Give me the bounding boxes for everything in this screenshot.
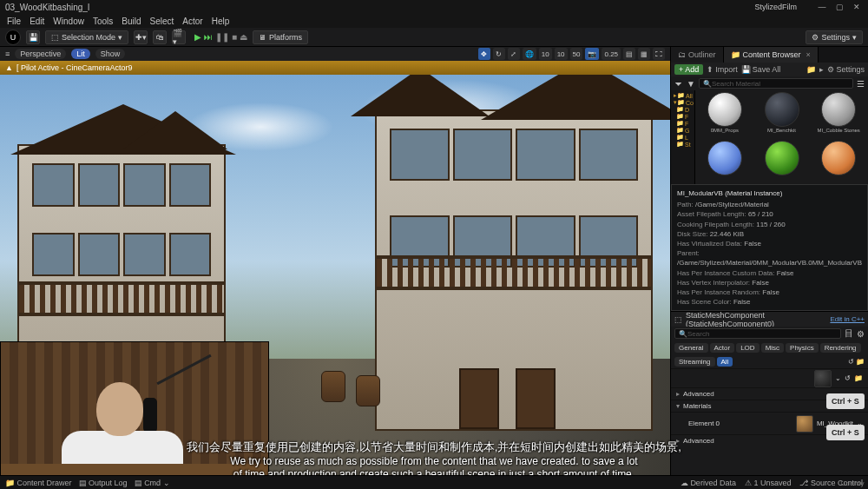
menu-window[interactable]: Window: [53, 17, 84, 26]
menu-file[interactable]: File: [7, 17, 21, 26]
maximize-viewport-icon[interactable]: ⛶: [653, 48, 665, 60]
eject-icon[interactable]: ⏏: [240, 32, 247, 42]
tab-outliner[interactable]: 🗂 Outliner: [671, 47, 724, 63]
cb-settings-button[interactable]: ⚙ Settings: [827, 65, 865, 74]
details-search-row: 🔍 Search 目 ⚙: [671, 327, 868, 340]
asset-thumb[interactable]: MI_Benchkit: [754, 92, 810, 139]
surface-snap-icon[interactable]: ▤: [623, 48, 635, 60]
content-grid[interactable]: 0MM_Props MI_Benchkit MI_Cobble Stones: [695, 90, 868, 184]
dock-icon[interactable]: ☰: [857, 79, 865, 89]
tree-label: Co: [686, 100, 694, 106]
asset-thumb[interactable]: [754, 141, 810, 184]
unsaved-button[interactable]: ⚠ 1 Unsaved: [745, 479, 792, 487]
transform-rotate-icon[interactable]: ↻: [493, 48, 505, 60]
camera-speed-icon[interactable]: 📷: [585, 48, 599, 60]
history-fwd-icon[interactable]: ▸: [819, 65, 824, 74]
asset-thumb[interactable]: 0MM_Props: [697, 92, 753, 139]
cat-misc[interactable]: Misc: [761, 343, 784, 353]
details-search-input[interactable]: 🔍 Search: [674, 328, 841, 339]
reset-icon[interactable]: ↺: [845, 374, 851, 382]
picker-icon[interactable]: ⌄: [835, 374, 841, 382]
browse-icon[interactable]: 📁: [856, 358, 865, 366]
menu-help[interactable]: Help: [212, 17, 230, 26]
search-placeholder: Search: [687, 330, 709, 338]
save-all-button[interactable]: 💾 Save All: [741, 65, 781, 74]
filter-funnel-icon[interactable]: ▼: [687, 79, 695, 89]
import-button[interactable]: ⬆ Import: [707, 65, 738, 74]
grid-snap-value[interactable]: 10: [539, 48, 552, 60]
settings-button[interactable]: ⚙ Settings ▾: [806, 30, 863, 44]
menu-build[interactable]: Build: [122, 17, 141, 26]
transform-scale-icon[interactable]: ⤢: [508, 48, 520, 60]
tt-val: /Game/Stylized/Material/0MM_ModularVB.0M…: [677, 259, 862, 267]
settings-icon[interactable]: ⚙: [857, 329, 865, 339]
scale-snap-value[interactable]: 50: [570, 48, 583, 60]
lit-button[interactable]: Lit: [71, 49, 90, 59]
maximize-button[interactable]: ▢: [833, 3, 845, 11]
search-input[interactable]: 🔍 Search Material: [699, 78, 853, 89]
add-content-button[interactable]: ✚▾: [134, 30, 148, 44]
cat-streaming[interactable]: Streaming: [674, 357, 714, 367]
unreal-logo-icon: U: [5, 30, 21, 45]
coord-space-icon[interactable]: 🌐: [523, 48, 536, 60]
edit-cpp-link[interactable]: Edit in C++: [830, 315, 865, 323]
tree-label: F: [685, 121, 688, 127]
perspective-dropdown[interactable]: Perspective: [15, 49, 66, 59]
menu-edit[interactable]: Edit: [30, 17, 44, 26]
filter-icon[interactable]: ⏷: [674, 79, 683, 89]
transform-move-icon[interactable]: ✥: [478, 48, 490, 60]
view-options-icon[interactable]: 目: [845, 327, 853, 340]
reset-icon[interactable]: ↺: [848, 358, 854, 366]
asset-thumb[interactable]: [697, 141, 753, 184]
mesh-thumb-icon[interactable]: [814, 370, 832, 387]
history-back-icon[interactable]: 📁: [806, 65, 816, 74]
derived-data-button[interactable]: ☁ Derived Data: [681, 479, 736, 487]
tt-key: Cooking Filepath Length:: [677, 221, 754, 228]
show-button[interactable]: Show: [95, 49, 126, 59]
rotate-snap-value[interactable]: 10: [555, 48, 568, 60]
cat-physics[interactable]: Physics: [786, 343, 819, 353]
tab-content-browser[interactable]: 📁 Content Browser ×: [724, 47, 819, 63]
selection-mode-button[interactable]: ⬚ Selection Mode ▾: [45, 30, 128, 44]
platforms-button[interactable]: 🖥 Platforms: [253, 30, 308, 44]
tooltip-title: MI_ModularVB (Material Instance): [677, 188, 862, 198]
close-tab-icon[interactable]: ×: [806, 50, 811, 59]
derived-label: Derived Data: [690, 479, 736, 487]
play-skip-icon[interactable]: ⏭: [204, 32, 213, 42]
content-tree[interactable]: ▸📁All ▾📁Co 📁D 📁F 📁F 📁G 📁L 📁St: [671, 90, 695, 184]
play-button[interactable]: ▶: [194, 32, 201, 42]
content-drawer-button[interactable]: 📁 Content Drawer: [5, 479, 72, 487]
tt-val: False: [744, 240, 761, 248]
stop-icon[interactable]: ■: [232, 32, 237, 42]
asset-thumb[interactable]: MI_Cobble Stones: [811, 92, 866, 139]
panel-tabs: 🗂 Outliner 📁 Content Browser ×: [671, 47, 868, 63]
tree-label: All: [686, 93, 693, 99]
save-icon[interactable]: 💾: [26, 30, 40, 44]
cmd-button[interactable]: ▤ Cmd ⌄: [135, 479, 170, 487]
tt-val: False: [733, 298, 751, 306]
menu-select[interactable]: Select: [150, 17, 174, 26]
material-thumb-icon[interactable]: [796, 415, 813, 433]
close-button[interactable]: ✕: [851, 3, 863, 11]
add-button[interactable]: + Add: [674, 64, 703, 75]
viewport-layout-icon[interactable]: ▦: [638, 48, 650, 60]
app-title: StylizedFilm: [754, 3, 797, 11]
cat-general[interactable]: General: [674, 343, 707, 353]
viewport-menu-icon[interactable]: ≡: [5, 50, 10, 58]
cat-rendering[interactable]: Rendering: [820, 343, 861, 353]
menu-tools[interactable]: Tools: [93, 17, 113, 26]
asset-thumb[interactable]: [811, 141, 866, 184]
browse-icon[interactable]: 📁: [854, 374, 863, 382]
cat-lod[interactable]: LOD: [736, 343, 759, 353]
pause-icon[interactable]: ❚❚: [215, 32, 229, 42]
marketplace-icon[interactable]: 🛍: [153, 30, 167, 44]
cat-actor[interactable]: Actor: [710, 343, 735, 353]
platforms-icon: 🖥: [259, 33, 266, 42]
sequencer-icon[interactable]: 🎬▾: [172, 30, 186, 44]
cat-all[interactable]: All: [717, 357, 733, 367]
search-placeholder: Search Material: [712, 80, 760, 88]
output-log-button[interactable]: ▤ Output Log: [79, 479, 128, 487]
camera-speed-value[interactable]: 0.25: [602, 48, 621, 60]
minimize-button[interactable]: —: [816, 3, 828, 11]
menu-actor[interactable]: Actor: [182, 17, 202, 26]
